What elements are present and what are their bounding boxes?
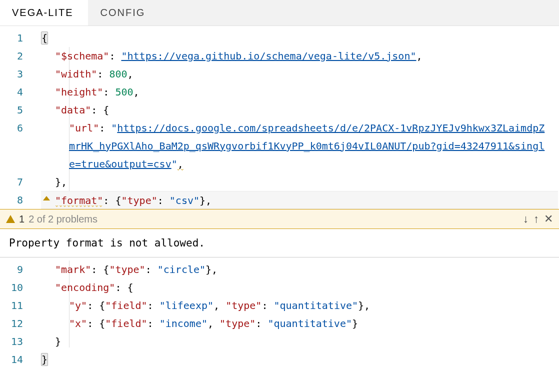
- problems-bar: 1 2 of 2 problems ↓ ↑ ✕: [0, 209, 559, 229]
- code-line[interactable]: "$schema": "https://vega.github.io/schem…: [41, 47, 559, 65]
- problems-count: 1: [19, 214, 24, 225]
- line-number: 4: [0, 83, 28, 101]
- line-number: 5: [0, 101, 28, 119]
- code-editor[interactable]: 1 2 3 4 5 6 7 8 { "$schema": "https://ve…: [0, 26, 559, 209]
- line-number: 2: [0, 47, 28, 65]
- gutter: 9 10 11 12 13 14: [0, 258, 28, 368]
- line-number: 13: [0, 332, 28, 350]
- close-problems-button[interactable]: ✕: [544, 212, 553, 226]
- code-line[interactable]: "width": 800,: [41, 65, 559, 83]
- code-area[interactable]: "mark": {"type": "circle"}, "encoding": …: [28, 258, 559, 368]
- warning-marker-icon: [43, 196, 50, 200]
- line-number: 10: [0, 278, 28, 296]
- code-editor-lower[interactable]: 9 10 11 12 13 14 "mark": {"type": "circl…: [0, 258, 559, 368]
- line-number: 3: [0, 65, 28, 83]
- code-line[interactable]: "x": {"field": "income", "type": "quanti…: [41, 314, 559, 332]
- code-line[interactable]: "mark": {"type": "circle"},: [41, 260, 559, 278]
- tab-bar: VEGA-LITE CONFIG: [0, 0, 559, 26]
- code-line[interactable]: "data": {: [41, 101, 559, 119]
- line-number: 1: [0, 29, 28, 47]
- code-line[interactable]: {: [41, 29, 559, 47]
- line-number: 12: [0, 314, 28, 332]
- code-line[interactable]: "url": "https://docs.google.com/spreadsh…: [41, 119, 546, 173]
- code-line[interactable]: },: [41, 173, 559, 191]
- line-number: 8: [0, 191, 28, 209]
- line-number: 9: [0, 260, 28, 278]
- tab-vega-lite[interactable]: VEGA-LITE: [0, 0, 88, 26]
- line-number: 6: [0, 119, 28, 173]
- code-line[interactable]: }: [41, 332, 559, 350]
- line-number: 11: [0, 296, 28, 314]
- problem-detail: Property format is not allowed.: [0, 229, 559, 258]
- next-problem-button[interactable]: ↓: [523, 212, 528, 226]
- code-area[interactable]: { "$schema": "https://vega.github.io/sch…: [28, 26, 559, 209]
- prev-problem-button[interactable]: ↑: [534, 212, 539, 226]
- code-line[interactable]: "encoding": {: [41, 278, 559, 296]
- problems-summary: 2 of 2 problems: [28, 214, 98, 225]
- gutter: 1 2 3 4 5 6 7 8: [0, 26, 28, 209]
- code-line[interactable]: }: [41, 350, 559, 368]
- tab-config[interactable]: CONFIG: [88, 0, 160, 26]
- code-line[interactable]: "height": 500,: [41, 83, 559, 101]
- code-line-active[interactable]: "format": {"type": "csv"},: [41, 191, 558, 209]
- warning-icon: [6, 215, 15, 223]
- line-number: 7: [0, 173, 28, 191]
- code-line[interactable]: "y": {"field": "lifeexp", "type": "quant…: [41, 296, 559, 314]
- line-number: 14: [0, 350, 28, 368]
